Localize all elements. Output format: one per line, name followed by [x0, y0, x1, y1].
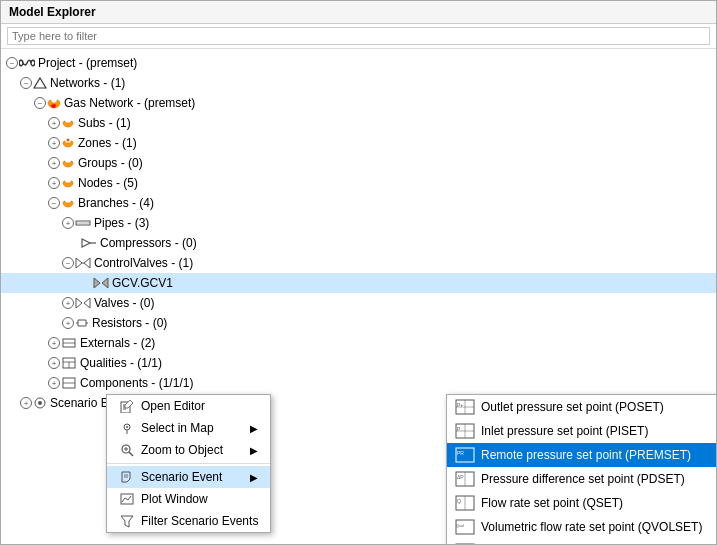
expander-networks[interactable]: − [19, 76, 33, 90]
svg-text:Qvol: Qvol [456, 523, 464, 528]
submenu-outlet-pressure[interactable]: P+ Outlet pressure set point (POSET) [447, 395, 716, 419]
tree-item-groups[interactable]: + Groups - (0) [1, 153, 716, 173]
submenu-remote-pressure-label: Remote pressure set point (PREMSET) [481, 448, 691, 462]
tree-item-project[interactable]: − Project - (premset) [1, 53, 716, 73]
tree-item-branches[interactable]: − Branches - (4) [1, 193, 716, 213]
tree-item-nodes[interactable]: + Nodes - (5) [1, 173, 716, 193]
scenario-icon [119, 470, 135, 484]
submenu: P+ Outlet pressure set point (POSET) P [446, 394, 716, 544]
expander-components[interactable]: + [47, 376, 61, 390]
expander-pipes[interactable]: + [61, 216, 75, 230]
title-bar: Model Explorer [1, 1, 716, 24]
tree-item-externals[interactable]: + Externals - (2) [1, 333, 716, 353]
tree-label-resistors: Resistors - (0) [92, 316, 167, 330]
svg-line-33 [129, 452, 133, 456]
menu-zoom-to-object-label: Zoom to Object [141, 443, 223, 457]
expander-resistors[interactable]: + [61, 316, 75, 330]
tree-item-components[interactable]: + Components - (1/1/1) [1, 373, 716, 393]
icon-subs [61, 116, 75, 130]
svg-text:ΔP: ΔP [457, 474, 464, 480]
svg-point-24 [38, 401, 42, 405]
svg-point-30 [126, 426, 128, 428]
tree-item-pipes[interactable]: + Pipes - (3) [1, 213, 716, 233]
menu-plot-window[interactable]: Plot Window [107, 488, 270, 510]
remote-pressure-icon: PR [455, 447, 475, 463]
svg-marker-6 [76, 258, 82, 268]
icon-flame-gasnetwork [47, 96, 61, 110]
tree-item-zones[interactable]: + Zones - (1) [1, 133, 716, 153]
expander-externals[interactable]: + [47, 336, 61, 350]
submenu-pressure-diff-label: Pressure difference set point (PDSET) [481, 472, 685, 486]
icon-infinity [19, 57, 35, 69]
filter-bar [1, 24, 716, 49]
menu-open-editor[interactable]: Open Editor [107, 395, 270, 417]
submenu-flow-rate-label: Flow rate set point (QSET) [481, 496, 623, 510]
submenu-pressure-diff[interactable]: ΔP Pressure difference set point (PDSET) [447, 467, 716, 491]
tree-label-subs: Subs - (1) [78, 116, 131, 130]
menu-scenario-event-label: Scenario Event [141, 470, 222, 484]
expander-project[interactable]: − [5, 56, 19, 70]
menu-filter-scenario-label: Filter Scenario Events [141, 514, 258, 528]
icon-valves [75, 297, 91, 309]
tree-label-groups: Groups - (0) [78, 156, 143, 170]
menu-scenario-event[interactable]: Scenario Event ▶ [107, 466, 270, 488]
submenu-volumetric-flow[interactable]: Qvol Volumetric flow rate set point (QVO… [447, 515, 716, 539]
icon-compressors [81, 237, 97, 249]
menu-zoom-to-object[interactable]: Zoom to Object ▶ [107, 439, 270, 461]
tree-item-resistors[interactable]: + Resistors - (0) [1, 313, 716, 333]
arrow-icon-zoom: ▶ [240, 445, 258, 456]
submenu-remote-pressure[interactable]: PR Remote pressure set point (PREMSET) [447, 443, 716, 467]
menu-select-in-map-label: Select in Map [141, 421, 214, 435]
flow-rate-icon: Q [455, 495, 475, 511]
tree-label-networks: Networks - (1) [50, 76, 125, 90]
tree-item-gas-network[interactable]: − Gas Network - (premset) [1, 93, 716, 113]
expander-groups[interactable]: + [47, 156, 61, 170]
expander-scenario-events[interactable]: + [19, 396, 33, 410]
svg-marker-39 [121, 516, 133, 527]
icon-externals [61, 336, 77, 350]
icon-groups [61, 156, 75, 170]
svg-marker-7 [84, 258, 90, 268]
map-icon [119, 421, 135, 435]
window-title: Model Explorer [9, 5, 96, 19]
tree-item-networks[interactable]: − Networks - (1) [1, 73, 716, 93]
expander-nodes[interactable]: + [47, 176, 61, 190]
filter-icon [119, 514, 135, 528]
tree-item-valves[interactable]: + Valves - (0) [1, 293, 716, 313]
icon-resistors [75, 318, 89, 328]
expander-subs[interactable]: + [47, 116, 61, 130]
tree-item-subs[interactable]: + Subs - (1) [1, 113, 716, 133]
menu-filter-scenario[interactable]: Filter Scenario Events [107, 510, 270, 532]
tree-item-controlvalves[interactable]: − ControlValves - (1) [1, 253, 716, 273]
menu-select-in-map[interactable]: Select in Map ▶ [107, 417, 270, 439]
expander-valves[interactable]: + [61, 296, 75, 310]
submenu-volumetric-flow-label: Volumetric flow rate set point (QVOLSET) [481, 520, 702, 534]
submenu-inlet-pressure[interactable]: P Inlet pressure set point (PISET) [447, 419, 716, 443]
edit-icon [119, 399, 135, 413]
outlet-pressure-icon: P+ [455, 399, 475, 415]
tree-label-qualities: Qualities - (1/1) [80, 356, 162, 370]
filter-input[interactable] [7, 27, 710, 45]
expander-zones[interactable]: + [47, 136, 61, 150]
submenu-resistance[interactable]: R Resistance factor (R) [447, 539, 716, 544]
arrow-icon-scenario: ▶ [240, 472, 258, 483]
tree-label-externals: Externals - (2) [80, 336, 155, 350]
arrow-icon: ▶ [240, 423, 258, 434]
tree-label-pipes: Pipes - (3) [94, 216, 149, 230]
tree-item-compressors[interactable]: + Compressors - (0) [1, 233, 716, 253]
icon-components [61, 376, 77, 390]
submenu-flow-rate[interactable]: Q Flow rate set point (QSET) [447, 491, 716, 515]
inlet-pressure-icon: P [455, 423, 475, 439]
tree-item-qualities[interactable]: + Qualities - (1/1) [1, 353, 716, 373]
tree-label-valves: Valves - (0) [94, 296, 154, 310]
expander-gas-network[interactable]: − [33, 96, 47, 110]
expander-controlvalves[interactable]: − [61, 256, 75, 270]
expander-branches[interactable]: − [47, 196, 61, 210]
svg-text:Q: Q [457, 498, 461, 504]
tree-area[interactable]: − Project - (premset) − Networks - (1) − [1, 49, 716, 544]
tree-item-gcv[interactable]: + GCV.GCV1 [1, 273, 716, 293]
icon-qualities [61, 356, 77, 370]
svg-marker-11 [76, 298, 82, 308]
expander-qualities[interactable]: + [47, 356, 61, 370]
volumetric-flow-icon: Qvol [455, 519, 475, 535]
